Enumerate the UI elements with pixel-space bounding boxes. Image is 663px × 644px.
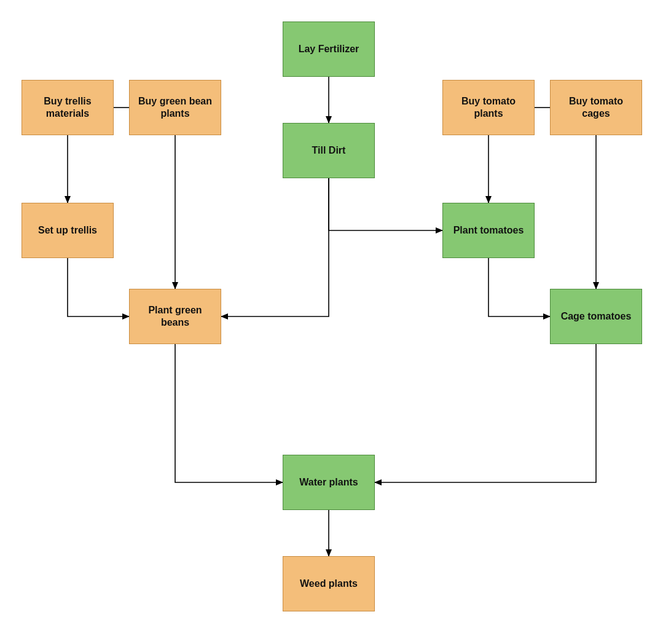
node-plant-beans: Plant green beans — [129, 289, 221, 344]
node-buy-trellis: Buy trellis materials — [22, 80, 114, 135]
node-buy-tomato-cages: Buy tomato cages — [550, 80, 642, 135]
node-set-up-trellis: Set up trellis — [22, 203, 114, 258]
node-lay-fertilizer: Lay Fertilizer — [283, 22, 375, 77]
node-label: Buy tomato plants — [448, 95, 529, 120]
node-buy-tomato-plants: Buy tomato plants — [442, 80, 535, 135]
node-plant-tomatoes: Plant tomatoes — [442, 203, 535, 258]
node-label: Buy trellis materials — [27, 95, 108, 120]
node-weed-plants: Weed plants — [283, 556, 375, 611]
node-label: Weed plants — [300, 578, 358, 590]
node-label: Water plants — [299, 476, 358, 489]
node-label: Till Dirt — [312, 144, 346, 157]
node-label: Buy green bean plants — [135, 95, 216, 120]
node-water-plants: Water plants — [283, 455, 375, 510]
node-label: Buy tomato cages — [555, 95, 637, 120]
node-label: Plant green beans — [135, 304, 216, 329]
node-label: Lay Fertilizer — [299, 43, 359, 55]
flowchart-canvas: Lay Fertilizer Till Dirt Buy trellis mat… — [0, 0, 663, 644]
node-label: Plant tomatoes — [453, 224, 524, 237]
node-cage-tomatoes: Cage tomatoes — [550, 289, 642, 344]
node-label: Set up trellis — [38, 224, 97, 237]
node-till-dirt: Till Dirt — [283, 123, 375, 178]
node-buy-bean-plants: Buy green bean plants — [129, 80, 221, 135]
node-label: Cage tomatoes — [561, 310, 632, 323]
